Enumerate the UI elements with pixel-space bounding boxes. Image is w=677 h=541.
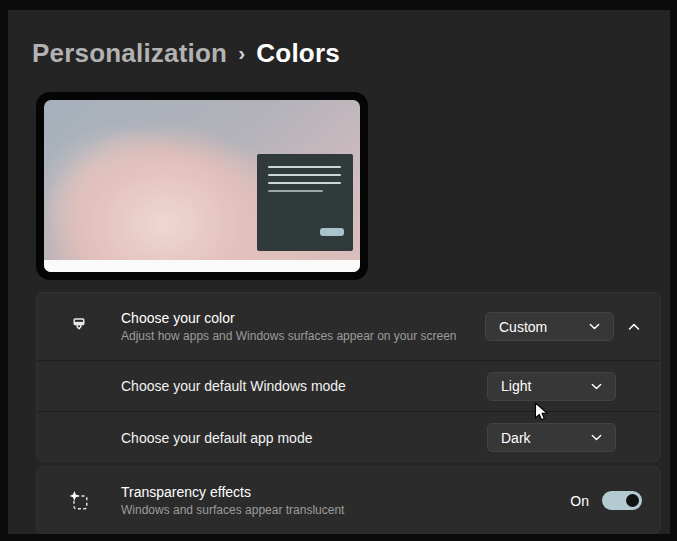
chevron-down-icon [590, 380, 603, 393]
windows-mode-dropdown-value: Light [501, 378, 590, 394]
preview-text-line [268, 190, 323, 192]
windows-mode-row: Choose your default Windows mode Light [37, 361, 660, 411]
transparency-toggle-area: On [570, 491, 642, 510]
choose-your-color-card: Choose your color Adjust how apps and Wi… [36, 292, 661, 462]
choose-your-color-row[interactable]: Choose your color Adjust how apps and Wi… [37, 293, 660, 360]
app-mode-dropdown[interactable]: Dark [487, 423, 616, 452]
breadcrumb: Personalization › Colors [32, 38, 340, 69]
preview-app-window [257, 154, 353, 251]
breadcrumb-separator-icon: › [238, 41, 245, 65]
page-title: Colors [256, 38, 340, 69]
chevron-up-icon [627, 320, 641, 334]
transparency-effects-row: Transparency effects Windows and surface… [37, 467, 660, 534]
row-title: Choose your color [121, 310, 457, 326]
colors-settings-page: Personalization › Colors [8, 10, 670, 534]
row-subtitle: Adjust how apps and Windows surfaces app… [121, 329, 457, 343]
chevron-down-icon [590, 431, 603, 444]
preview-text-line [268, 166, 341, 168]
paint-brush-icon [37, 316, 121, 338]
row-title: Transparency effects [121, 484, 344, 500]
color-mode-dropdown-value: Custom [499, 319, 588, 335]
toggle-state-label: On [570, 493, 589, 509]
toggle-knob [626, 494, 639, 507]
transparency-sparkle-icon [37, 490, 121, 512]
settings-window: Personalization › Colors [0, 0, 677, 541]
theme-preview-wallpaper [44, 100, 360, 272]
preview-text-line [268, 174, 341, 176]
app-mode-label: Choose your default app mode [121, 430, 312, 446]
color-mode-dropdown[interactable]: Custom [485, 312, 614, 341]
choose-your-color-text: Choose your color Adjust how apps and Wi… [121, 310, 457, 343]
preview-taskbar [44, 260, 360, 272]
transparency-effects-card: Transparency effects Windows and surface… [36, 466, 661, 534]
windows-mode-dropdown[interactable]: Light [487, 372, 616, 401]
breadcrumb-personalization[interactable]: Personalization [32, 38, 227, 69]
app-mode-dropdown-value: Dark [501, 430, 590, 446]
theme-preview-monitor [36, 92, 368, 280]
preview-text-line [268, 182, 341, 184]
windows-mode-label: Choose your default Windows mode [121, 378, 346, 394]
transparency-effects-text: Transparency effects Windows and surface… [121, 484, 344, 517]
chevron-down-icon [588, 320, 601, 333]
row-subtitle: Windows and surfaces appear translucent [121, 503, 344, 517]
app-mode-row: Choose your default app mode Dark [37, 412, 660, 462]
preview-accent-button [320, 228, 344, 236]
transparency-toggle[interactable] [602, 491, 642, 510]
expander-collapse-button[interactable] [626, 320, 642, 334]
